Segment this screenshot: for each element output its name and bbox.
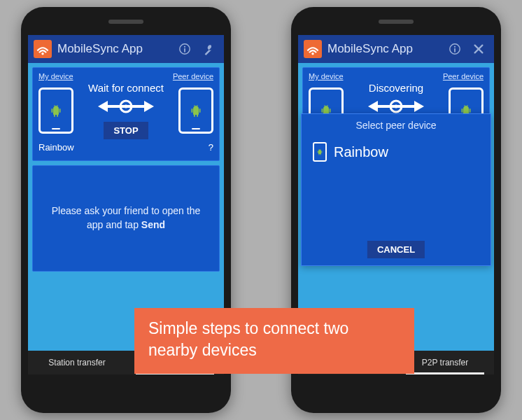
app-icon <box>304 40 322 58</box>
tools-icon[interactable] <box>469 39 488 59</box>
peer-device-label[interactable]: Peer device <box>173 72 213 80</box>
my-device-label[interactable]: My device <box>309 72 344 80</box>
peer-device-name: ? <box>209 142 213 153</box>
actionbar: MobileSync App <box>28 35 224 63</box>
my-device-label[interactable]: My device <box>38 72 73 80</box>
caption-text: Simple steps to connect two nearby devic… <box>148 319 348 359</box>
message-panel: Please ask your friend to open the app a… <box>32 165 220 272</box>
phone-icon <box>313 142 327 162</box>
app-title: MobileSync App <box>57 42 171 56</box>
app-icon <box>34 40 52 58</box>
message-text: Please ask your friend to open the app a… <box>52 205 200 230</box>
tab-p2p-label: P2P transfer <box>422 358 468 368</box>
wrench-icon[interactable] <box>199 39 218 59</box>
peer-device-label[interactable]: Peer device <box>443 72 484 80</box>
stop-button[interactable]: STOP <box>104 122 148 139</box>
my-device-name: Rainbow <box>38 142 74 153</box>
connection-panel: My device Peer device Wait for connect S… <box>32 67 220 161</box>
connection-status: Wait for connect <box>73 82 178 94</box>
dialog-title: Select peer device <box>309 120 484 131</box>
peer-list-item[interactable]: Rainbow <box>309 139 484 164</box>
caption-banner: Simple steps to connect two nearby devic… <box>134 308 414 374</box>
info-icon[interactable] <box>445 39 465 59</box>
peer-device-icon <box>178 88 213 134</box>
peer-name: Rainbow <box>334 144 388 160</box>
tab-station-label: Station transfer <box>48 358 105 368</box>
double-arrow-icon <box>73 97 178 116</box>
info-icon[interactable] <box>175 39 195 59</box>
select-peer-dialog: Select peer device Rainbow CANCEL <box>301 113 491 266</box>
app-title: MobileSync App <box>327 42 441 56</box>
connection-status: Discovering <box>344 82 449 94</box>
message-strong: Send <box>141 219 165 230</box>
cancel-button[interactable]: CANCEL <box>367 241 425 258</box>
tab-station-transfer[interactable]: Station transfer <box>28 351 126 374</box>
actionbar: MobileSync App <box>298 35 494 63</box>
my-device-icon <box>38 88 73 134</box>
